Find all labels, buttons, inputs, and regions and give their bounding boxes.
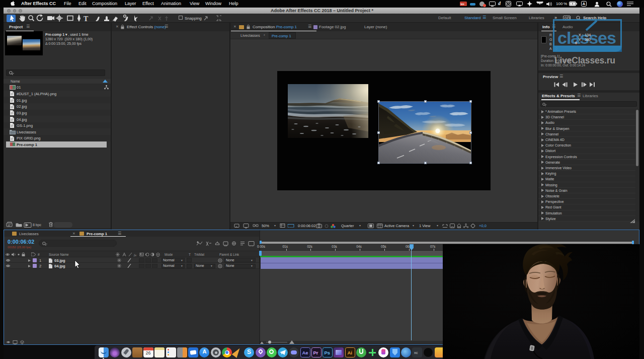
svg-text:T: T [84, 15, 89, 23]
svg-text:fx: fx [134, 253, 137, 257]
